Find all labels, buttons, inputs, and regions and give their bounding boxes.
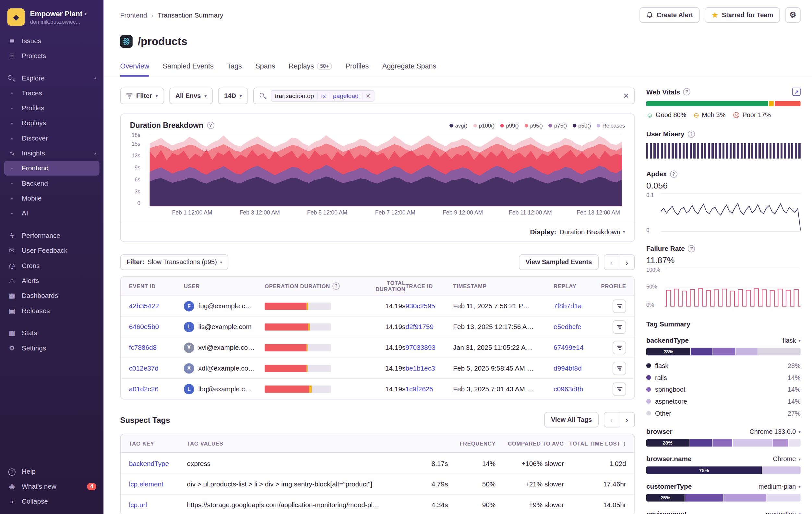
- table-row[interactable]: lcp.url https://storage.googleapis.com/a…: [121, 494, 634, 514]
- chevron-down-icon: ▾: [799, 338, 800, 343]
- event-id-link[interactable]: c012e37d: [129, 364, 184, 372]
- replay-link[interactable]: c0963d8b: [554, 385, 599, 393]
- display-dropdown[interactable]: Duration Breakdown▾: [559, 228, 625, 236]
- replay-link[interactable]: e5edbcfe: [554, 323, 599, 331]
- list-item[interactable]: Other27%: [646, 407, 801, 419]
- view-all-tags-button[interactable]: View All Tags: [544, 412, 599, 428]
- operation-duration-bar: [265, 323, 331, 330]
- tag-key-link[interactable]: backendType: [129, 460, 187, 468]
- search-token[interactable]: transaction.op is pageload ✕: [271, 90, 374, 102]
- table-row[interactable]: c012e37d Xxdl@example.co… 14.19s be1b1ec…: [121, 358, 634, 378]
- sidebar-item-backend[interactable]: •Backend: [0, 175, 104, 190]
- suspect-tags-table: Tag Key Tag Values Frequency Compared To…: [120, 434, 635, 514]
- tag-value-dropdown[interactable]: flask▾: [782, 337, 800, 344]
- table-row[interactable]: backendType express 8.17s 14% +106% slow…: [121, 453, 634, 474]
- trace-id-link[interactable]: 1c9f2625: [405, 385, 453, 393]
- tag-key-link[interactable]: lcp.url: [129, 501, 187, 509]
- tab-spans[interactable]: Spans: [255, 62, 275, 77]
- trace-id-link[interactable]: 97033893: [405, 344, 453, 351]
- event-id-link[interactable]: a01d2c26: [129, 385, 184, 393]
- org-switcher[interactable]: ◆ Empower Plant▾ dominik.buszowiec...: [0, 6, 104, 33]
- tag-value-dropdown[interactable]: medium-plan▾: [758, 483, 801, 490]
- apdex-chart: 0.1 0: [646, 192, 801, 233]
- search-input[interactable]: transaction.op is pageload ✕ ✕: [253, 88, 635, 104]
- table-row[interactable]: 6460e5b0 Llis@example.com 14.19s d2f9175…: [121, 316, 634, 337]
- tab-replays[interactable]: Replays50+: [289, 62, 332, 77]
- sidebar-item-ai[interactable]: •AI: [0, 206, 104, 221]
- sidebar-item-alerts[interactable]: ⚠Alerts: [0, 273, 104, 288]
- trace-id-link[interactable]: be1b1ec3: [405, 364, 453, 372]
- sidebar-collapse-button[interactable]: «Collapse: [0, 494, 104, 509]
- transactions-filter-dropdown[interactable]: Filter: Slow Transactions (p95) ▾: [120, 254, 228, 270]
- table-row[interactable]: a01d2c26 Llbq@example.c… 14.19s 1c9f2625…: [121, 378, 634, 399]
- profile-button[interactable]: [613, 382, 626, 396]
- tab-tags[interactable]: Tags: [227, 62, 242, 77]
- tag-value-dropdown[interactable]: Chrome▾: [773, 456, 800, 463]
- starred-for-team-button[interactable]: ★ Starred for Team: [705, 7, 780, 23]
- list-item[interactable]: aspnetcore14%: [646, 396, 801, 408]
- sort-desc-icon[interactable]: ↓: [623, 440, 626, 447]
- search-clear-icon[interactable]: ✕: [623, 92, 629, 100]
- table-row[interactable]: 42b35422 Ffug@example.c… 14.19s 930c2595…: [121, 295, 634, 316]
- apdex-value: 0.056: [646, 181, 801, 191]
- tab-profiles[interactable]: Profiles: [345, 62, 369, 77]
- sidebar-item-issues[interactable]: ≣Issues: [0, 33, 104, 48]
- table-row[interactable]: fc7886d8 Xxvi@example.co… 14.19s 9703389…: [121, 337, 634, 358]
- sidebar-item-mobile[interactable]: •Mobile: [0, 191, 104, 206]
- sidebar-section-insights[interactable]: ∿Insights▴: [0, 146, 104, 161]
- profile-button[interactable]: [613, 320, 626, 333]
- breadcrumb-frontend[interactable]: Frontend: [120, 11, 147, 19]
- replay-link[interactable]: d994bf8d: [554, 364, 599, 372]
- sidebar-item-whats-new[interactable]: ◉What's new4: [0, 479, 104, 494]
- sidebar-item-stats[interactable]: ▥Stats: [0, 325, 104, 341]
- sidebar-item-user-feedback[interactable]: ✉User Feedback: [0, 243, 104, 258]
- tag-key-link[interactable]: lcp.element: [129, 481, 187, 488]
- list-item[interactable]: flask28%: [646, 359, 801, 372]
- view-sampled-events-button[interactable]: View Sampled Events: [519, 254, 599, 270]
- sidebar-item-replays[interactable]: •Replays: [0, 115, 104, 131]
- trace-id-link[interactable]: 930c2595: [405, 302, 453, 310]
- tag-value-dropdown[interactable]: Chrome 133.0.0▾: [749, 428, 801, 435]
- replay-link[interactable]: 7f8b7d1a: [554, 302, 599, 310]
- sidebar-item-settings[interactable]: ⚙Settings: [0, 341, 104, 355]
- sidebar-item-releases[interactable]: ▣Releases: [0, 303, 104, 318]
- sidebar-item-discover[interactable]: •Discover: [0, 131, 104, 145]
- sidebar-item-crons[interactable]: ◷Crons: [0, 258, 104, 273]
- prev-page-button[interactable]: ‹: [604, 254, 619, 270]
- sidebar-item-help[interactable]: ?Help: [0, 464, 104, 479]
- duration-breakdown-panel: Duration Breakdown ? avg() p100() p99() …: [120, 114, 635, 242]
- profile-button[interactable]: [613, 361, 626, 375]
- sidebar-item-frontend[interactable]: •Frontend: [4, 161, 99, 175]
- settings-gear-button[interactable]: ⚙: [785, 7, 801, 23]
- trace-id-link[interactable]: d2f91759: [405, 323, 453, 331]
- sidebar-item-profiles[interactable]: •Profiles: [0, 101, 104, 115]
- date-range-dropdown[interactable]: 14D▾: [218, 88, 248, 104]
- sidebar-item-traces[interactable]: •Traces: [0, 85, 104, 100]
- prev-page-button[interactable]: ‹: [604, 412, 619, 428]
- event-id-link[interactable]: 6460e5b0: [129, 323, 184, 331]
- sidebar-item-projects[interactable]: ⊞Projects: [0, 48, 104, 63]
- next-page-button[interactable]: ›: [619, 254, 635, 270]
- sidebar-item-performance[interactable]: ϟPerformance: [0, 228, 104, 243]
- list-item[interactable]: springboot14%: [646, 383, 801, 396]
- event-id-link[interactable]: 42b35422: [129, 302, 184, 310]
- environment-dropdown[interactable]: All Envs▾: [169, 88, 213, 104]
- profile-button[interactable]: [613, 341, 626, 354]
- event-id-link[interactable]: fc7886d8: [129, 344, 184, 351]
- tab-aggregate-spans[interactable]: Aggregate Spans: [382, 62, 436, 77]
- create-alert-button[interactable]: Create Alert: [639, 7, 700, 23]
- tab-overview[interactable]: Overview: [120, 62, 149, 77]
- token-remove-icon[interactable]: ✕: [362, 92, 374, 99]
- replay-link[interactable]: 67499e14: [554, 344, 599, 351]
- filter-dropdown[interactable]: Filter▾: [120, 88, 164, 104]
- sidebar-item-dashboards[interactable]: ▦Dashboards: [0, 288, 104, 303]
- sidebar-section-explore[interactable]: Explore▴: [0, 71, 104, 85]
- tab-sampled-events[interactable]: Sampled Events: [163, 62, 214, 77]
- table-row[interactable]: lcp.element div > ul.products-list > li …: [121, 474, 634, 494]
- tag-value-dropdown[interactable]: production▾: [765, 510, 801, 514]
- profile-button[interactable]: [613, 299, 626, 313]
- failure-rate-chart: 100% 50% 0%: [646, 266, 801, 308]
- list-item[interactable]: rails14%: [646, 372, 801, 383]
- open-in-new-icon[interactable]: ↗: [792, 88, 801, 96]
- next-page-button[interactable]: ›: [619, 412, 635, 428]
